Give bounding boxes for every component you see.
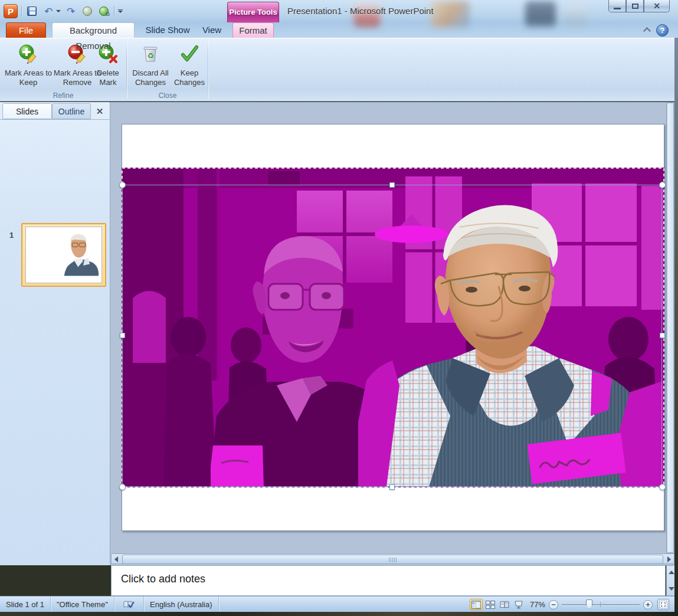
ribbon-group-label-refine: Refine bbox=[0, 91, 126, 100]
maximize-icon bbox=[632, 4, 638, 9]
window-title: Presentation1 - Microsoft PowerPoint bbox=[287, 0, 434, 22]
chevron-down-icon bbox=[118, 11, 123, 13]
arrow-up-icon bbox=[669, 571, 674, 574]
slide-sorter-view-button[interactable] bbox=[484, 599, 497, 610]
maximize-button[interactable] bbox=[626, 0, 644, 12]
zoom-out-button[interactable]: − bbox=[549, 600, 558, 610]
recycle-glyph: ♻ bbox=[147, 51, 154, 60]
notes-placeholder: Click to add notes bbox=[121, 573, 205, 585]
link-orb-icon bbox=[99, 6, 109, 16]
slides-pane: Slides Outline ✕ 1 bbox=[0, 102, 110, 565]
notes-scrollbar bbox=[666, 565, 675, 596]
slide-thumbnail[interactable] bbox=[21, 223, 106, 287]
reading-view-icon bbox=[500, 601, 509, 609]
slide-thumbnail-image bbox=[25, 227, 102, 283]
tab-format[interactable]: Format bbox=[232, 22, 274, 38]
mark-areas-to-keep-button[interactable]: Mark Areas to Keep bbox=[4, 41, 53, 94]
zoom-slider-thumb[interactable] bbox=[586, 599, 592, 609]
zoom-slider-track[interactable] bbox=[562, 604, 640, 605]
arrow-left-icon bbox=[114, 556, 118, 562]
qat-custom-button-1[interactable] bbox=[81, 5, 94, 18]
powerpoint-logo-icon[interactable]: P bbox=[4, 4, 18, 18]
slide-show-view-button[interactable] bbox=[512, 599, 525, 610]
zoom-slider-center-tick bbox=[600, 602, 601, 607]
group-separator bbox=[208, 41, 208, 99]
scroll-left-button[interactable] bbox=[112, 554, 121, 565]
redo-button[interactable]: ↷ bbox=[64, 5, 77, 18]
selection-handle-n[interactable] bbox=[389, 182, 395, 188]
selection-handle-ne[interactable] bbox=[659, 182, 666, 188]
selection-handle-sw[interactable] bbox=[119, 484, 126, 490]
normal-view-button[interactable] bbox=[470, 599, 483, 610]
status-bar: Slide 1 of 1 "Office Theme" English (Aus… bbox=[0, 596, 674, 612]
desktop-edge bbox=[674, 38, 678, 616]
theme-name[interactable]: "Office Theme" bbox=[51, 597, 114, 612]
qat-custom-button-2[interactable] bbox=[97, 5, 110, 18]
collapse-ribbon-icon[interactable] bbox=[643, 27, 650, 32]
zoom-level[interactable]: 77% bbox=[524, 597, 551, 612]
minimize-icon bbox=[614, 8, 621, 9]
close-pane-icon[interactable]: ✕ bbox=[94, 106, 106, 117]
language-status[interactable]: English (Australia) bbox=[144, 597, 219, 612]
help-button[interactable]: ? bbox=[656, 24, 669, 37]
quick-access-toolbar: P ↶ ↷ bbox=[4, 4, 123, 19]
ribbon-button-label: Keep Changes bbox=[172, 68, 207, 87]
tab-slide-show[interactable]: Slide Show bbox=[142, 22, 194, 38]
tab-file[interactable]: File bbox=[6, 22, 46, 38]
notes-pane[interactable]: Click to add notes bbox=[111, 565, 666, 596]
tab-view[interactable]: View bbox=[195, 22, 229, 38]
undo-dropdown-arrow[interactable] bbox=[56, 10, 61, 12]
slide-number: 1 bbox=[9, 231, 14, 240]
selection-handle-nw[interactable] bbox=[119, 182, 126, 188]
ribbon-button-label: Delete Mark bbox=[92, 68, 124, 87]
selection-handle-e[interactable] bbox=[660, 333, 665, 338]
vertical-scrollbar-thumb[interactable] bbox=[667, 103, 674, 553]
orb-icon bbox=[83, 6, 92, 16]
scroll-right-button[interactable] bbox=[664, 554, 674, 565]
save-button[interactable] bbox=[25, 5, 38, 18]
ribbon-group-label-close: Close bbox=[127, 91, 208, 100]
scrollbar-grip bbox=[389, 558, 397, 562]
slide-indicator[interactable]: Slide 1 of 1 bbox=[0, 597, 51, 612]
picture-tools-contextual-header: Picture Tools bbox=[227, 2, 279, 22]
ribbon-button-label: Mark Areas to Keep bbox=[4, 68, 53, 87]
tab-slides[interactable]: Slides bbox=[2, 103, 52, 119]
save-icon bbox=[27, 6, 37, 16]
separator bbox=[21, 6, 22, 17]
slides-pane-tabs: Slides Outline ✕ bbox=[0, 103, 110, 120]
tab-outline[interactable]: Outline bbox=[52, 103, 91, 119]
spellcheck-icon bbox=[123, 600, 135, 610]
keep-changes-button[interactable]: Keep Changes bbox=[172, 41, 207, 94]
undo-icon: ↶ bbox=[44, 6, 53, 17]
ribbon-button-label: Discard All Changes bbox=[129, 68, 172, 87]
workspace: Slides Outline ✕ 1 bbox=[0, 102, 674, 565]
selection-handle-w[interactable] bbox=[120, 333, 125, 338]
discard-all-changes-button[interactable]: ♻ Discard All Changes bbox=[129, 41, 172, 94]
customize-qat-button[interactable] bbox=[118, 9, 123, 14]
fit-to-window-icon bbox=[658, 599, 669, 610]
separator bbox=[114, 6, 114, 17]
close-button[interactable]: ✕ bbox=[644, 0, 670, 12]
selection-handle-s[interactable] bbox=[389, 484, 395, 490]
ribbon-tab-row: File Background Removal Slide Show View … bbox=[0, 22, 678, 38]
desktop-edge bbox=[0, 612, 678, 616]
arrow-right-icon bbox=[667, 556, 671, 562]
undo-button[interactable]: ↶ bbox=[42, 5, 55, 18]
close-icon: ✕ bbox=[653, 1, 660, 11]
powerpoint-window: P ↶ ↷ Picture Tools Presentation1 - Micr… bbox=[0, 0, 678, 616]
horizontal-scrollbar-thumb[interactable] bbox=[122, 555, 663, 564]
tab-background-removal[interactable]: Background Removal bbox=[52, 22, 135, 38]
zoom-in-button[interactable]: + bbox=[643, 600, 653, 610]
mark-areas-keep-icon bbox=[18, 44, 38, 64]
spellcheck-status[interactable] bbox=[117, 597, 144, 612]
fit-slide-to-window-button[interactable] bbox=[657, 599, 669, 610]
slide-photo[interactable] bbox=[122, 168, 664, 487]
horizontal-scrollbar bbox=[111, 553, 674, 564]
selection-handle-se[interactable] bbox=[659, 484, 666, 490]
group-separator bbox=[126, 41, 127, 99]
normal-view-icon bbox=[471, 601, 481, 609]
window-controls: ✕ bbox=[608, 0, 670, 12]
reading-view-button[interactable] bbox=[498, 599, 511, 610]
keep-changes-icon bbox=[179, 44, 199, 64]
minimize-button[interactable] bbox=[608, 0, 626, 12]
